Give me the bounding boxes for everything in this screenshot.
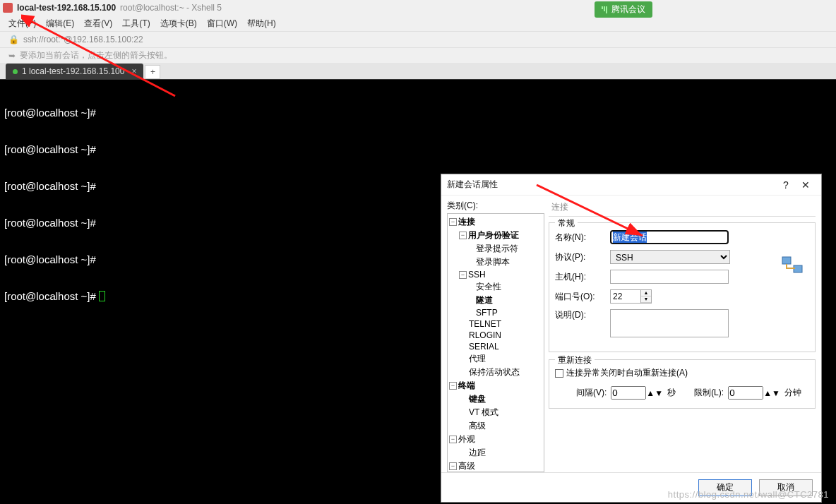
limit-spinner[interactable]: ▲▼ (728, 386, 780, 400)
menu-edit[interactable]: 编辑(E) (46, 18, 74, 30)
auto-reconnect-label: 连接异常关闭时自动重新连接(A) (566, 367, 688, 379)
limit-input[interactable] (728, 386, 763, 400)
reconnect-group-title: 重新连接 (555, 354, 595, 366)
protocol-select[interactable]: SSH (610, 250, 730, 264)
description-textarea[interactable] (610, 309, 729, 337)
host-input[interactable] (610, 270, 729, 284)
close-tab-icon[interactable]: × (131, 66, 136, 76)
tree-collapse-icon[interactable]: − (449, 382, 457, 390)
spin-up-icon[interactable]: ▲ (646, 388, 655, 398)
terminal-cursor-icon (99, 291, 105, 301)
right-pane-header: 连接 (549, 200, 816, 217)
dialog-title: 新建会话属性 (447, 179, 498, 191)
tree-rlogin[interactable]: RLOGIN (469, 330, 501, 340)
spin-down-icon[interactable]: ▼ (655, 388, 663, 398)
add-tab-button[interactable]: + (145, 65, 160, 79)
spin-up-icon[interactable]: ▲ (641, 290, 651, 296)
tree-tunnel[interactable]: 隧道 (476, 294, 493, 306)
terminal-line: [root@localhost ~]# (4, 107, 832, 119)
minutes-label: 分钟 (784, 387, 801, 399)
address-text: ssh://root:*@192.168.15.100:22 (23, 35, 143, 44)
desc-label: 说明(D): (555, 309, 610, 321)
tree-login-script[interactable]: 登录脚本 (476, 256, 510, 268)
spin-up-icon[interactable]: ▲ (763, 388, 772, 398)
tree-collapse-icon[interactable]: − (449, 436, 457, 443)
address-bar[interactable]: 🔒 ssh://root:*@192.168.15.100:22 (0, 32, 836, 47)
tree-collapse-icon[interactable]: − (459, 271, 467, 279)
category-label: 类别(C): (447, 200, 544, 212)
plus-icon: + (150, 67, 155, 77)
name-label: 名称(N): (555, 232, 610, 244)
lock-icon: 🔒 (8, 35, 19, 44)
tree-collapse-icon[interactable]: − (449, 462, 457, 470)
dialog-titlebar: 新建会话属性 ? ✕ (441, 174, 821, 196)
tree-vt[interactable]: VT 模式 (469, 407, 498, 419)
port-spinner[interactable]: ▲▼ (610, 289, 652, 304)
tree-connection[interactable]: 连接 (458, 216, 475, 228)
auto-reconnect-checkbox[interactable]: 连接异常关闭时自动重新连接(A) (555, 367, 809, 379)
session-tab-bar: 1 local-test-192.168.15.100 × + (0, 63, 836, 80)
menu-file[interactable]: 文件(F) (8, 18, 36, 30)
tree-keyboard[interactable]: 键盘 (469, 393, 486, 405)
dialog-close-button[interactable]: ✕ (796, 179, 816, 191)
window-title-bold: local-test-192.168.15.100 (17, 3, 116, 13)
tree-ssh[interactable]: SSH (468, 270, 486, 280)
tree-advanced[interactable]: 高级 (458, 460, 475, 472)
tree-sftp[interactable]: SFTP (476, 308, 498, 318)
watermark-text: https://blog.csdn.net/wall@CTC2781 (668, 489, 829, 500)
session-hint-text: 要添加当前会话，点击左侧的箭头按钮。 (20, 49, 172, 61)
category-tree[interactable]: −连接 −用户身份验证 登录提示符 登录脚本 −SSH 安全性 隧道 SFTP … (447, 213, 544, 472)
dialog-right-pane: 连接 常规 名称(N): 协议(P):SSH 主机(H): 端口号(O): ▲▼… (549, 200, 816, 472)
terminal-line: [root@localhost ~]# (4, 143, 832, 156)
tree-serial[interactable]: SERIAL (469, 342, 499, 352)
tree-auth[interactable]: 用户身份验证 (468, 229, 519, 241)
spin-down-icon[interactable]: ▼ (772, 388, 780, 398)
tree-collapse-icon[interactable]: − (459, 232, 467, 239)
tree-appearance[interactable]: 外观 (458, 433, 475, 445)
interval-input[interactable] (611, 386, 646, 400)
tencent-meeting-button[interactable]: 腾讯会议 (595, 1, 652, 18)
menu-help[interactable]: 帮助(H) (247, 18, 276, 30)
spin-down-icon[interactable]: ▼ (641, 296, 651, 303)
tree-keepalive[interactable]: 保持活动状态 (469, 366, 520, 378)
interval-label: 间隔(V): (576, 387, 607, 399)
menu-tools[interactable]: 工具(T) (122, 18, 150, 30)
status-dot-icon (13, 69, 18, 74)
tree-security[interactable]: 安全性 (476, 281, 501, 293)
session-tab-active[interactable]: 1 local-test-192.168.15.100 × (6, 64, 143, 79)
dialog-help-button[interactable]: ? (776, 179, 796, 191)
host-label: 主机(H): (555, 271, 610, 283)
toolbar-area: 🔒 ssh://root:*@192.168.15.100:22 ➥ 要添加当前… (0, 31, 836, 63)
menu-window[interactable]: 窗口(W) (207, 18, 237, 30)
port-input[interactable] (610, 289, 641, 304)
app-logo-icon (3, 3, 13, 13)
tree-adv1[interactable]: 高级 (469, 420, 486, 432)
port-label: 端口号(O): (555, 291, 610, 303)
seconds-label: 秒 (667, 387, 676, 399)
tree-collapse-icon[interactable]: − (449, 218, 457, 226)
menu-tabs[interactable]: 选项卡(B) (160, 18, 197, 30)
tree-proxy[interactable]: 代理 (469, 353, 486, 365)
interval-spinner[interactable]: ▲▼ (611, 386, 663, 400)
window-titlebar: local-test-192.168.15.100 root@localhost… (0, 0, 836, 16)
tree-login-prompt[interactable]: 登录提示符 (476, 243, 518, 255)
add-session-icon[interactable]: ➥ (8, 51, 16, 61)
name-input[interactable] (610, 230, 729, 244)
new-session-dialog: 新建会话属性 ? ✕ 类别(C): −连接 −用户身份验证 登录提示符 登录脚本… (441, 174, 822, 503)
svg-rect-0 (782, 257, 791, 264)
connection-icon (781, 256, 804, 275)
signal-icon (602, 6, 607, 13)
menu-bar: 文件(F) 编辑(E) 查看(V) 工具(T) 选项卡(B) 窗口(W) 帮助(… (0, 16, 836, 31)
protocol-label: 协议(P): (555, 251, 610, 263)
menu-view[interactable]: 查看(V) (84, 18, 112, 30)
reconnect-group: 重新连接 连接异常关闭时自动重新连接(A) 间隔(V): ▲▼ 秒 限制(L):… (549, 359, 816, 409)
dialog-left-pane: 类别(C): −连接 −用户身份验证 登录提示符 登录脚本 −SSH 安全性 隧… (447, 200, 544, 472)
general-group: 常规 名称(N): 协议(P):SSH 主机(H): 端口号(O): ▲▼ 说明… (549, 222, 816, 352)
tree-terminal[interactable]: 终端 (458, 380, 475, 392)
tencent-meeting-label: 腾讯会议 (611, 4, 645, 16)
window-title-rest: root@localhost:~ - Xshell 5 (120, 3, 222, 13)
general-group-title: 常规 (555, 217, 578, 229)
tree-telnet[interactable]: TELNET (469, 319, 501, 329)
tree-margin[interactable]: 边距 (469, 447, 486, 459)
limit-label: 限制(L): (694, 387, 724, 399)
